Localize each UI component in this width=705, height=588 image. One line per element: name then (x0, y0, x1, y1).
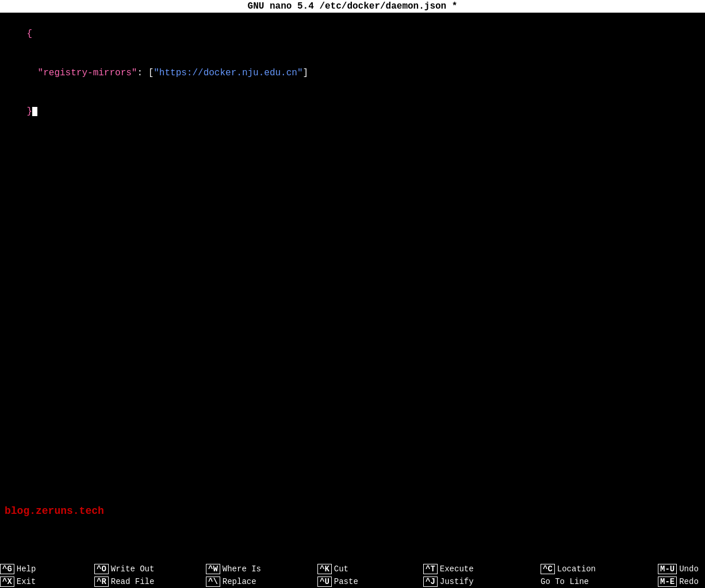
editor-line-3: } (5, 92, 700, 130)
shortcut-go-to-line[interactable]: Go To Line (541, 577, 656, 587)
editor-line-2: "registry-mirrors": ["https://docker.nju… (5, 53, 700, 92)
label-where-is: Where Is (223, 564, 261, 574)
key-exit: ^X (0, 577, 14, 587)
label-undo: Undo (679, 564, 699, 574)
label-read-file: Read File (111, 577, 155, 586)
key-justify: ^J (423, 577, 438, 587)
key-paste: ^U (317, 577, 332, 587)
key-replace: ^\ (206, 577, 220, 587)
shortcut-help[interactable]: ^G Help (0, 564, 92, 574)
shortcut-paste[interactable]: ^U Paste (317, 577, 421, 587)
line1-content: { (26, 29, 32, 39)
key-read-file: ^R (94, 577, 109, 587)
line2-close: ] (303, 68, 309, 78)
label-replace: Replace (223, 577, 256, 586)
label-help: Help (17, 564, 36, 574)
line2-colon: : [ (137, 68, 154, 78)
shortcut-execute[interactable]: ^T Execute (423, 564, 538, 574)
title-text: GNU nano 5.4 /etc/docker/daemon.json * (248, 1, 458, 11)
key-cut: ^K (317, 564, 332, 574)
line2-value: "https://docker.nju.edu.cn" (154, 68, 302, 78)
line2-indent (26, 68, 37, 78)
shortcut-row-2: ^X Exit ^R Read File ^\ Replace ^U Paste… (0, 575, 705, 588)
shortcut-replace[interactable]: ^\ Replace (206, 577, 315, 587)
line3-brace: } (26, 106, 32, 117)
label-cut: Cut (334, 564, 348, 574)
line2-key: "registry-mirrors" (38, 68, 137, 78)
key-execute: ^T (423, 564, 438, 574)
shortcut-undo[interactable]: M-U Undo (658, 564, 705, 574)
editor-line-1: { (5, 15, 700, 53)
shortcut-read-file[interactable]: ^R Read File (94, 577, 204, 587)
watermark: blog.zeruns.tech (5, 505, 104, 517)
shortcut-location[interactable]: ^C Location (541, 564, 656, 574)
label-paste: Paste (334, 577, 358, 586)
key-write-out: ^O (94, 564, 109, 574)
label-redo: Redo (679, 577, 699, 586)
shortcut-cut[interactable]: ^K Cut (317, 564, 421, 574)
label-write-out: Write Out (111, 564, 155, 574)
key-help: ^G (0, 564, 14, 574)
shortcut-write-out[interactable]: ^O Write Out (94, 564, 204, 574)
label-exit: Exit (17, 577, 36, 586)
label-go-to-line: Go To Line (541, 577, 589, 586)
shortcut-row-1: ^G Help ^O Write Out ^W Where Is ^K Cut … (0, 563, 705, 575)
key-location: ^C (541, 564, 555, 574)
text-cursor (32, 107, 37, 116)
key-undo: M-U (658, 564, 677, 574)
editor-area[interactable]: { "registry-mirrors": ["https://docker.n… (0, 13, 705, 563)
label-justify: Justify (440, 577, 474, 586)
shortcut-exit[interactable]: ^X Exit (0, 577, 92, 587)
label-location: Location (557, 564, 596, 574)
key-redo: M-E (658, 577, 677, 587)
shortcut-bar: ^G Help ^O Write Out ^W Where Is ^K Cut … (0, 563, 705, 588)
shortcut-where-is[interactable]: ^W Where Is (206, 564, 315, 574)
label-execute: Execute (440, 564, 474, 574)
title-bar: GNU nano 5.4 /etc/docker/daemon.json * (0, 0, 705, 13)
shortcut-justify[interactable]: ^J Justify (423, 577, 538, 587)
key-where-is: ^W (206, 564, 220, 574)
watermark-text: blog.zeruns.tech (5, 505, 104, 517)
shortcut-redo[interactable]: M-E Redo (658, 577, 705, 587)
